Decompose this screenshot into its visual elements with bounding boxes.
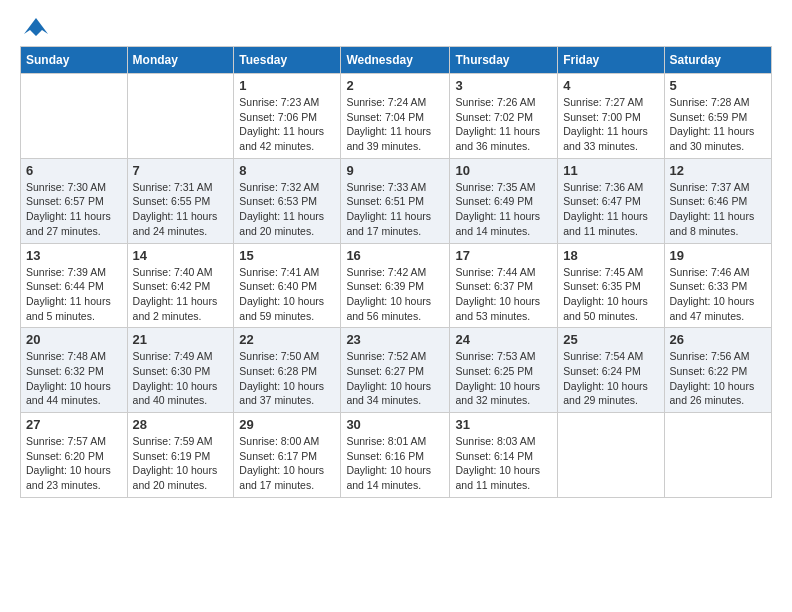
header-day-monday: Monday — [127, 47, 234, 74]
day-info: Sunrise: 7:54 AMSunset: 6:24 PMDaylight:… — [563, 349, 658, 408]
calendar-cell: 3Sunrise: 7:26 AMSunset: 7:02 PMDaylight… — [450, 74, 558, 159]
day-info: Sunrise: 7:56 AMSunset: 6:22 PMDaylight:… — [670, 349, 767, 408]
calendar-cell: 12Sunrise: 7:37 AMSunset: 6:46 PMDayligh… — [664, 158, 772, 243]
week-row-4: 20Sunrise: 7:48 AMSunset: 6:32 PMDayligh… — [21, 328, 772, 413]
day-number: 14 — [133, 248, 229, 263]
day-number: 7 — [133, 163, 229, 178]
day-number: 12 — [670, 163, 767, 178]
day-info: Sunrise: 7:37 AMSunset: 6:46 PMDaylight:… — [670, 180, 767, 239]
day-info: Sunrise: 7:50 AMSunset: 6:28 PMDaylight:… — [239, 349, 335, 408]
day-info: Sunrise: 7:52 AMSunset: 6:27 PMDaylight:… — [346, 349, 444, 408]
day-number: 21 — [133, 332, 229, 347]
calendar-cell — [664, 413, 772, 498]
logo — [20, 16, 50, 36]
week-row-2: 6Sunrise: 7:30 AMSunset: 6:57 PMDaylight… — [21, 158, 772, 243]
calendar-cell: 14Sunrise: 7:40 AMSunset: 6:42 PMDayligh… — [127, 243, 234, 328]
day-number: 16 — [346, 248, 444, 263]
calendar-cell: 17Sunrise: 7:44 AMSunset: 6:37 PMDayligh… — [450, 243, 558, 328]
day-number: 15 — [239, 248, 335, 263]
day-info: Sunrise: 7:39 AMSunset: 6:44 PMDaylight:… — [26, 265, 122, 324]
calendar-cell: 2Sunrise: 7:24 AMSunset: 7:04 PMDaylight… — [341, 74, 450, 159]
day-info: Sunrise: 7:49 AMSunset: 6:30 PMDaylight:… — [133, 349, 229, 408]
day-info: Sunrise: 7:48 AMSunset: 6:32 PMDaylight:… — [26, 349, 122, 408]
day-number: 24 — [455, 332, 552, 347]
day-info: Sunrise: 7:40 AMSunset: 6:42 PMDaylight:… — [133, 265, 229, 324]
week-row-5: 27Sunrise: 7:57 AMSunset: 6:20 PMDayligh… — [21, 413, 772, 498]
header-day-tuesday: Tuesday — [234, 47, 341, 74]
calendar-cell: 22Sunrise: 7:50 AMSunset: 6:28 PMDayligh… — [234, 328, 341, 413]
day-info: Sunrise: 7:28 AMSunset: 6:59 PMDaylight:… — [670, 95, 767, 154]
calendar-cell: 26Sunrise: 7:56 AMSunset: 6:22 PMDayligh… — [664, 328, 772, 413]
day-number: 8 — [239, 163, 335, 178]
calendar-cell: 23Sunrise: 7:52 AMSunset: 6:27 PMDayligh… — [341, 328, 450, 413]
day-info: Sunrise: 7:46 AMSunset: 6:33 PMDaylight:… — [670, 265, 767, 324]
calendar-cell: 24Sunrise: 7:53 AMSunset: 6:25 PMDayligh… — [450, 328, 558, 413]
calendar-cell: 27Sunrise: 7:57 AMSunset: 6:20 PMDayligh… — [21, 413, 128, 498]
day-number: 17 — [455, 248, 552, 263]
day-info: Sunrise: 7:31 AMSunset: 6:55 PMDaylight:… — [133, 180, 229, 239]
calendar-cell — [127, 74, 234, 159]
day-info: Sunrise: 7:44 AMSunset: 6:37 PMDaylight:… — [455, 265, 552, 324]
calendar-cell: 19Sunrise: 7:46 AMSunset: 6:33 PMDayligh… — [664, 243, 772, 328]
day-number: 20 — [26, 332, 122, 347]
day-number: 5 — [670, 78, 767, 93]
day-info: Sunrise: 7:23 AMSunset: 7:06 PMDaylight:… — [239, 95, 335, 154]
day-number: 26 — [670, 332, 767, 347]
calendar-cell: 6Sunrise: 7:30 AMSunset: 6:57 PMDaylight… — [21, 158, 128, 243]
calendar-cell: 5Sunrise: 7:28 AMSunset: 6:59 PMDaylight… — [664, 74, 772, 159]
calendar-cell: 7Sunrise: 7:31 AMSunset: 6:55 PMDaylight… — [127, 158, 234, 243]
calendar-cell: 30Sunrise: 8:01 AMSunset: 6:16 PMDayligh… — [341, 413, 450, 498]
day-info: Sunrise: 7:27 AMSunset: 7:00 PMDaylight:… — [563, 95, 658, 154]
header-day-thursday: Thursday — [450, 47, 558, 74]
calendar-cell: 21Sunrise: 7:49 AMSunset: 6:30 PMDayligh… — [127, 328, 234, 413]
calendar-cell: 16Sunrise: 7:42 AMSunset: 6:39 PMDayligh… — [341, 243, 450, 328]
header-row: SundayMondayTuesdayWednesdayThursdayFrid… — [21, 47, 772, 74]
day-number: 9 — [346, 163, 444, 178]
day-number: 13 — [26, 248, 122, 263]
day-info: Sunrise: 7:33 AMSunset: 6:51 PMDaylight:… — [346, 180, 444, 239]
day-number: 6 — [26, 163, 122, 178]
day-info: Sunrise: 8:01 AMSunset: 6:16 PMDaylight:… — [346, 434, 444, 493]
day-info: Sunrise: 7:24 AMSunset: 7:04 PMDaylight:… — [346, 95, 444, 154]
calendar-cell — [21, 74, 128, 159]
calendar-cell: 13Sunrise: 7:39 AMSunset: 6:44 PMDayligh… — [21, 243, 128, 328]
calendar-cell: 18Sunrise: 7:45 AMSunset: 6:35 PMDayligh… — [558, 243, 664, 328]
day-number: 2 — [346, 78, 444, 93]
day-number: 22 — [239, 332, 335, 347]
header-day-friday: Friday — [558, 47, 664, 74]
logo-bird-icon — [22, 16, 50, 42]
day-info: Sunrise: 7:36 AMSunset: 6:47 PMDaylight:… — [563, 180, 658, 239]
day-number: 29 — [239, 417, 335, 432]
header-day-sunday: Sunday — [21, 47, 128, 74]
day-info: Sunrise: 7:35 AMSunset: 6:49 PMDaylight:… — [455, 180, 552, 239]
calendar-cell: 15Sunrise: 7:41 AMSunset: 6:40 PMDayligh… — [234, 243, 341, 328]
calendar-table: SundayMondayTuesdayWednesdayThursdayFrid… — [20, 46, 772, 498]
week-row-1: 1Sunrise: 7:23 AMSunset: 7:06 PMDaylight… — [21, 74, 772, 159]
calendar-cell: 1Sunrise: 7:23 AMSunset: 7:06 PMDaylight… — [234, 74, 341, 159]
day-number: 31 — [455, 417, 552, 432]
header-day-wednesday: Wednesday — [341, 47, 450, 74]
calendar-cell — [558, 413, 664, 498]
calendar-cell: 25Sunrise: 7:54 AMSunset: 6:24 PMDayligh… — [558, 328, 664, 413]
day-info: Sunrise: 8:03 AMSunset: 6:14 PMDaylight:… — [455, 434, 552, 493]
day-number: 30 — [346, 417, 444, 432]
day-number: 19 — [670, 248, 767, 263]
day-info: Sunrise: 7:30 AMSunset: 6:57 PMDaylight:… — [26, 180, 122, 239]
day-info: Sunrise: 7:41 AMSunset: 6:40 PMDaylight:… — [239, 265, 335, 324]
week-row-3: 13Sunrise: 7:39 AMSunset: 6:44 PMDayligh… — [21, 243, 772, 328]
day-info: Sunrise: 7:26 AMSunset: 7:02 PMDaylight:… — [455, 95, 552, 154]
calendar-cell: 11Sunrise: 7:36 AMSunset: 6:47 PMDayligh… — [558, 158, 664, 243]
day-info: Sunrise: 7:42 AMSunset: 6:39 PMDaylight:… — [346, 265, 444, 324]
calendar-cell: 20Sunrise: 7:48 AMSunset: 6:32 PMDayligh… — [21, 328, 128, 413]
day-info: Sunrise: 8:00 AMSunset: 6:17 PMDaylight:… — [239, 434, 335, 493]
calendar-cell: 8Sunrise: 7:32 AMSunset: 6:53 PMDaylight… — [234, 158, 341, 243]
calendar-cell: 29Sunrise: 8:00 AMSunset: 6:17 PMDayligh… — [234, 413, 341, 498]
day-number: 27 — [26, 417, 122, 432]
calendar-cell: 10Sunrise: 7:35 AMSunset: 6:49 PMDayligh… — [450, 158, 558, 243]
day-info: Sunrise: 7:53 AMSunset: 6:25 PMDaylight:… — [455, 349, 552, 408]
header — [20, 16, 772, 36]
day-number: 18 — [563, 248, 658, 263]
calendar-cell: 28Sunrise: 7:59 AMSunset: 6:19 PMDayligh… — [127, 413, 234, 498]
day-info: Sunrise: 7:45 AMSunset: 6:35 PMDaylight:… — [563, 265, 658, 324]
calendar-cell: 31Sunrise: 8:03 AMSunset: 6:14 PMDayligh… — [450, 413, 558, 498]
